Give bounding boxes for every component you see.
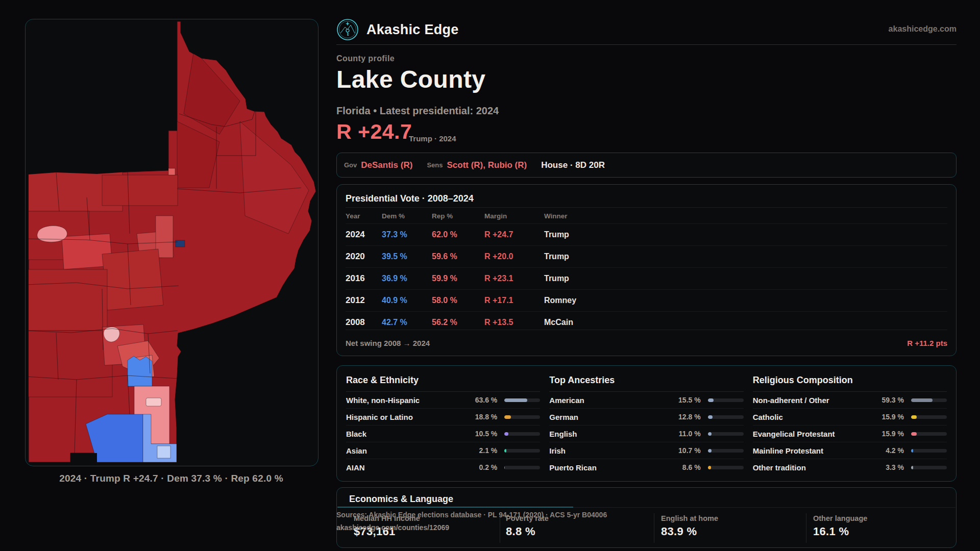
stat-bar-fill (708, 398, 714, 402)
stat-bar-track (504, 415, 540, 419)
stat-value: 15.9 % (872, 430, 904, 438)
tile-divider (654, 513, 654, 543)
stat-value: 11.0 % (669, 430, 701, 438)
stat-bar-track (911, 466, 947, 469)
stat-bar-fill (504, 466, 505, 469)
stat-row: German12.8 % (549, 409, 743, 425)
stat-row: Puerto Rican8.6 % (549, 459, 743, 475)
stat-label: Non-adherent / Other (753, 396, 865, 405)
cell-margin: R +24.7 (484, 230, 544, 239)
stat-bar-fill (504, 449, 506, 453)
page-subtitle: Florida • Latest presidential: 2024 (336, 105, 499, 117)
stat-tile: English at home83.9 % (661, 514, 718, 538)
header-divider (336, 44, 957, 45)
stat-label: German (549, 413, 662, 421)
stat-bar-fill (911, 415, 917, 419)
stat-label: Evangelical Protestant (753, 430, 865, 438)
accent-divider (337, 507, 573, 508)
cell-rep: 58.0 % (432, 296, 484, 305)
cell-rep: 59.9 % (432, 274, 484, 283)
cell-year: 2024 (346, 230, 382, 240)
stat-bar-fill (504, 432, 508, 436)
stat-value: 10.5 % (465, 430, 497, 438)
stat-label: Asian (346, 446, 458, 455)
stat-bar-fill (504, 398, 527, 402)
stat-label: Irish (549, 446, 662, 455)
card-title: Economics & Language (349, 494, 453, 505)
stat-bar-track (708, 415, 744, 419)
stat-row: Catholic15.9 % (753, 409, 947, 425)
precinct-map[interactable] (26, 19, 318, 466)
brand-domain-link[interactable]: akashicedge.com (336, 24, 957, 34)
stat-value: 3.3 % (872, 463, 904, 471)
column-header: Rep % (432, 212, 484, 220)
cell-dem: 36.9 % (382, 274, 432, 283)
stat-row: Hispanic or Latino18.8 % (346, 409, 540, 425)
stat-value: 12.8 % (669, 413, 701, 421)
stat-row: Irish10.7 % (549, 442, 743, 459)
stat-bar-fill (708, 415, 713, 419)
permalink[interactable]: akashicedge.com/counties/12069 (336, 523, 449, 532)
cell-year: 2020 (346, 252, 382, 262)
cell-rep: 59.6 % (432, 252, 484, 261)
cell-margin: R +23.1 (484, 274, 544, 283)
race-column: Race & Ethnicity White, non-Hispanic63.6… (346, 369, 540, 481)
demographics-card: Race & Ethnicity White, non-Hispanic63.6… (336, 365, 957, 482)
gov-value: DeSantis (R) (361, 160, 412, 170)
sens-label: Sens (427, 161, 443, 169)
stat-bar-fill (708, 432, 712, 436)
cell-winner: Romney (544, 296, 947, 305)
stat-bar-track (504, 466, 540, 469)
divider (346, 207, 947, 208)
stat-bar-fill (911, 449, 913, 453)
stat-tile-value: 16.1 % (813, 525, 867, 538)
officials-strip: Gov DeSantis (R) Sens Scott (R), Rubio (… (336, 153, 957, 178)
cell-dem: 40.9 % (382, 296, 432, 305)
stat-bar-fill (504, 415, 511, 419)
stat-bar-track (708, 466, 744, 469)
stat-bar-track (911, 398, 947, 402)
stat-bar-track (911, 415, 947, 419)
stat-bar-track (911, 432, 947, 436)
stat-label: Black (346, 430, 458, 438)
stat-row: Black10.5 % (346, 425, 540, 442)
religion-column: Religious Composition Non-adherent / Oth… (753, 369, 947, 481)
stat-value: 15.5 % (669, 396, 701, 404)
section-title: Top Ancestries (549, 375, 743, 392)
page-title: Lake County (336, 65, 485, 93)
stat-bar-track (504, 398, 540, 402)
stat-value: 4.2 % (872, 446, 904, 455)
stat-value: 10.7 % (669, 446, 701, 455)
stat-list: White, non-Hispanic63.6 %Hispanic or Lat… (346, 392, 540, 475)
stat-bar-track (504, 449, 540, 453)
stat-row: American15.5 % (549, 392, 743, 409)
cell-year: 2008 (346, 317, 382, 328)
table-row: 202437.3 %62.0 %R +24.7Trump (346, 224, 947, 246)
cell-year: 2016 (346, 273, 382, 284)
cell-margin: R +20.0 (484, 252, 544, 261)
cell-winner: McCain (544, 318, 947, 327)
cell-dem: 37.3 % (382, 230, 432, 239)
stat-bar-fill (911, 398, 933, 402)
column-header: Dem % (382, 212, 432, 220)
stat-value: 63.6 % (465, 396, 497, 404)
stat-list: Non-adherent / Other59.3 %Catholic15.9 %… (753, 392, 947, 475)
table-header-row: YearDem %Rep %MarginWinner (346, 208, 947, 224)
stat-bar-track (708, 449, 744, 453)
section-title: Religious Composition (753, 375, 947, 392)
cell-dem: 42.7 % (382, 318, 432, 327)
stat-value: 8.6 % (669, 463, 701, 471)
presidential-vote-card: Presidential Vote · 2008–2024 YearDem %R… (336, 184, 957, 356)
column-header: Margin (484, 212, 544, 220)
table-row: 202039.5 %59.6 %R +20.0Trump (346, 246, 947, 268)
stat-label: Mainline Protestant (753, 446, 865, 455)
stat-tile-value: 83.9 % (661, 525, 718, 538)
stat-bar-fill (911, 466, 913, 469)
cell-year: 2012 (346, 295, 382, 306)
stat-bar-fill (708, 449, 712, 453)
tile-divider (806, 513, 806, 543)
precinct-map-panel[interactable] (25, 19, 318, 466)
stat-row: Asian2.1 % (346, 442, 540, 459)
sources-footer: Sources: Akashic Edge elections database… (336, 511, 607, 532)
net-swing-label: Net swing 2008 → 2024 (346, 339, 430, 347)
